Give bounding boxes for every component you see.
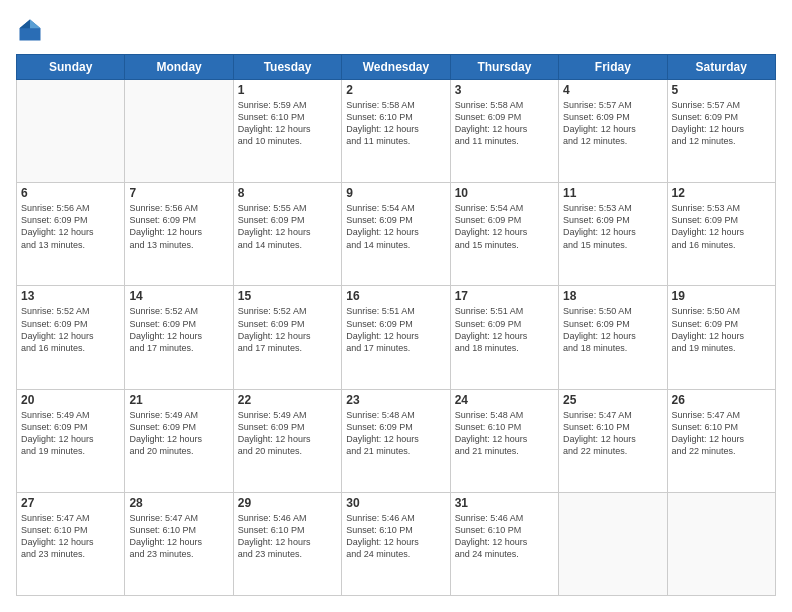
day-number: 25 [563, 393, 662, 407]
day-number: 16 [346, 289, 445, 303]
day-number: 18 [563, 289, 662, 303]
calendar-cell: 5Sunrise: 5:57 AM Sunset: 6:09 PM Daylig… [667, 80, 775, 183]
calendar-cell: 11Sunrise: 5:53 AM Sunset: 6:09 PM Dayli… [559, 183, 667, 286]
calendar-cell: 1Sunrise: 5:59 AM Sunset: 6:10 PM Daylig… [233, 80, 341, 183]
calendar-cell [559, 492, 667, 595]
day-number: 1 [238, 83, 337, 97]
svg-marker-1 [30, 20, 41, 29]
weekday-header: Tuesday [233, 55, 341, 80]
calendar-cell [17, 80, 125, 183]
day-number: 7 [129, 186, 228, 200]
day-number: 9 [346, 186, 445, 200]
day-number: 14 [129, 289, 228, 303]
calendar-cell: 17Sunrise: 5:51 AM Sunset: 6:09 PM Dayli… [450, 286, 558, 389]
day-info: Sunrise: 5:54 AM Sunset: 6:09 PM Dayligh… [455, 202, 554, 251]
day-number: 22 [238, 393, 337, 407]
calendar-cell: 29Sunrise: 5:46 AM Sunset: 6:10 PM Dayli… [233, 492, 341, 595]
calendar-cell [667, 492, 775, 595]
day-number: 10 [455, 186, 554, 200]
day-info: Sunrise: 5:55 AM Sunset: 6:09 PM Dayligh… [238, 202, 337, 251]
weekday-header: Monday [125, 55, 233, 80]
day-info: Sunrise: 5:51 AM Sunset: 6:09 PM Dayligh… [455, 305, 554, 354]
day-info: Sunrise: 5:48 AM Sunset: 6:10 PM Dayligh… [455, 409, 554, 458]
day-info: Sunrise: 5:59 AM Sunset: 6:10 PM Dayligh… [238, 99, 337, 148]
day-info: Sunrise: 5:46 AM Sunset: 6:10 PM Dayligh… [238, 512, 337, 561]
day-info: Sunrise: 5:52 AM Sunset: 6:09 PM Dayligh… [21, 305, 120, 354]
calendar-cell: 13Sunrise: 5:52 AM Sunset: 6:09 PM Dayli… [17, 286, 125, 389]
day-number: 29 [238, 496, 337, 510]
day-number: 31 [455, 496, 554, 510]
day-number: 8 [238, 186, 337, 200]
day-number: 19 [672, 289, 771, 303]
day-info: Sunrise: 5:50 AM Sunset: 6:09 PM Dayligh… [563, 305, 662, 354]
calendar-cell: 20Sunrise: 5:49 AM Sunset: 6:09 PM Dayli… [17, 389, 125, 492]
day-number: 5 [672, 83, 771, 97]
day-info: Sunrise: 5:52 AM Sunset: 6:09 PM Dayligh… [238, 305, 337, 354]
day-info: Sunrise: 5:57 AM Sunset: 6:09 PM Dayligh… [672, 99, 771, 148]
calendar-week-row: 1Sunrise: 5:59 AM Sunset: 6:10 PM Daylig… [17, 80, 776, 183]
calendar-cell: 22Sunrise: 5:49 AM Sunset: 6:09 PM Dayli… [233, 389, 341, 492]
calendar-cell: 10Sunrise: 5:54 AM Sunset: 6:09 PM Dayli… [450, 183, 558, 286]
calendar-cell: 19Sunrise: 5:50 AM Sunset: 6:09 PM Dayli… [667, 286, 775, 389]
day-number: 3 [455, 83, 554, 97]
day-info: Sunrise: 5:56 AM Sunset: 6:09 PM Dayligh… [129, 202, 228, 251]
weekday-header: Sunday [17, 55, 125, 80]
day-number: 15 [238, 289, 337, 303]
calendar-cell: 24Sunrise: 5:48 AM Sunset: 6:10 PM Dayli… [450, 389, 558, 492]
calendar-cell: 30Sunrise: 5:46 AM Sunset: 6:10 PM Dayli… [342, 492, 450, 595]
weekday-row: SundayMondayTuesdayWednesdayThursdayFrid… [17, 55, 776, 80]
calendar-cell: 26Sunrise: 5:47 AM Sunset: 6:10 PM Dayli… [667, 389, 775, 492]
weekday-header: Thursday [450, 55, 558, 80]
day-info: Sunrise: 5:52 AM Sunset: 6:09 PM Dayligh… [129, 305, 228, 354]
day-info: Sunrise: 5:58 AM Sunset: 6:10 PM Dayligh… [346, 99, 445, 148]
calendar-cell: 21Sunrise: 5:49 AM Sunset: 6:09 PM Dayli… [125, 389, 233, 492]
day-info: Sunrise: 5:47 AM Sunset: 6:10 PM Dayligh… [563, 409, 662, 458]
calendar-cell: 8Sunrise: 5:55 AM Sunset: 6:09 PM Daylig… [233, 183, 341, 286]
calendar-cell: 28Sunrise: 5:47 AM Sunset: 6:10 PM Dayli… [125, 492, 233, 595]
day-info: Sunrise: 5:47 AM Sunset: 6:10 PM Dayligh… [21, 512, 120, 561]
day-info: Sunrise: 5:54 AM Sunset: 6:09 PM Dayligh… [346, 202, 445, 251]
day-number: 21 [129, 393, 228, 407]
day-info: Sunrise: 5:47 AM Sunset: 6:10 PM Dayligh… [129, 512, 228, 561]
day-number: 20 [21, 393, 120, 407]
day-number: 24 [455, 393, 554, 407]
day-info: Sunrise: 5:58 AM Sunset: 6:09 PM Dayligh… [455, 99, 554, 148]
calendar-cell: 27Sunrise: 5:47 AM Sunset: 6:10 PM Dayli… [17, 492, 125, 595]
calendar-cell: 25Sunrise: 5:47 AM Sunset: 6:10 PM Dayli… [559, 389, 667, 492]
day-info: Sunrise: 5:56 AM Sunset: 6:09 PM Dayligh… [21, 202, 120, 251]
day-info: Sunrise: 5:46 AM Sunset: 6:10 PM Dayligh… [455, 512, 554, 561]
day-info: Sunrise: 5:49 AM Sunset: 6:09 PM Dayligh… [238, 409, 337, 458]
calendar-cell: 7Sunrise: 5:56 AM Sunset: 6:09 PM Daylig… [125, 183, 233, 286]
header [16, 16, 776, 44]
calendar-cell: 3Sunrise: 5:58 AM Sunset: 6:09 PM Daylig… [450, 80, 558, 183]
calendar-cell: 18Sunrise: 5:50 AM Sunset: 6:09 PM Dayli… [559, 286, 667, 389]
calendar-cell: 2Sunrise: 5:58 AM Sunset: 6:10 PM Daylig… [342, 80, 450, 183]
day-info: Sunrise: 5:49 AM Sunset: 6:09 PM Dayligh… [129, 409, 228, 458]
calendar-cell: 6Sunrise: 5:56 AM Sunset: 6:09 PM Daylig… [17, 183, 125, 286]
svg-marker-2 [20, 20, 31, 29]
calendar-week-row: 13Sunrise: 5:52 AM Sunset: 6:09 PM Dayli… [17, 286, 776, 389]
day-info: Sunrise: 5:49 AM Sunset: 6:09 PM Dayligh… [21, 409, 120, 458]
day-number: 30 [346, 496, 445, 510]
calendar-cell [125, 80, 233, 183]
calendar-body: 1Sunrise: 5:59 AM Sunset: 6:10 PM Daylig… [17, 80, 776, 596]
day-number: 2 [346, 83, 445, 97]
calendar-cell: 16Sunrise: 5:51 AM Sunset: 6:09 PM Dayli… [342, 286, 450, 389]
calendar-header: SundayMondayTuesdayWednesdayThursdayFrid… [17, 55, 776, 80]
day-number: 4 [563, 83, 662, 97]
day-number: 13 [21, 289, 120, 303]
day-info: Sunrise: 5:51 AM Sunset: 6:09 PM Dayligh… [346, 305, 445, 354]
day-info: Sunrise: 5:50 AM Sunset: 6:09 PM Dayligh… [672, 305, 771, 354]
calendar-week-row: 27Sunrise: 5:47 AM Sunset: 6:10 PM Dayli… [17, 492, 776, 595]
calendar-cell: 12Sunrise: 5:53 AM Sunset: 6:09 PM Dayli… [667, 183, 775, 286]
calendar-cell: 31Sunrise: 5:46 AM Sunset: 6:10 PM Dayli… [450, 492, 558, 595]
calendar-cell: 23Sunrise: 5:48 AM Sunset: 6:09 PM Dayli… [342, 389, 450, 492]
day-number: 6 [21, 186, 120, 200]
day-number: 28 [129, 496, 228, 510]
calendar-cell: 14Sunrise: 5:52 AM Sunset: 6:09 PM Dayli… [125, 286, 233, 389]
calendar-cell: 4Sunrise: 5:57 AM Sunset: 6:09 PM Daylig… [559, 80, 667, 183]
day-number: 23 [346, 393, 445, 407]
day-number: 11 [563, 186, 662, 200]
day-info: Sunrise: 5:57 AM Sunset: 6:09 PM Dayligh… [563, 99, 662, 148]
logo-icon [16, 16, 44, 44]
